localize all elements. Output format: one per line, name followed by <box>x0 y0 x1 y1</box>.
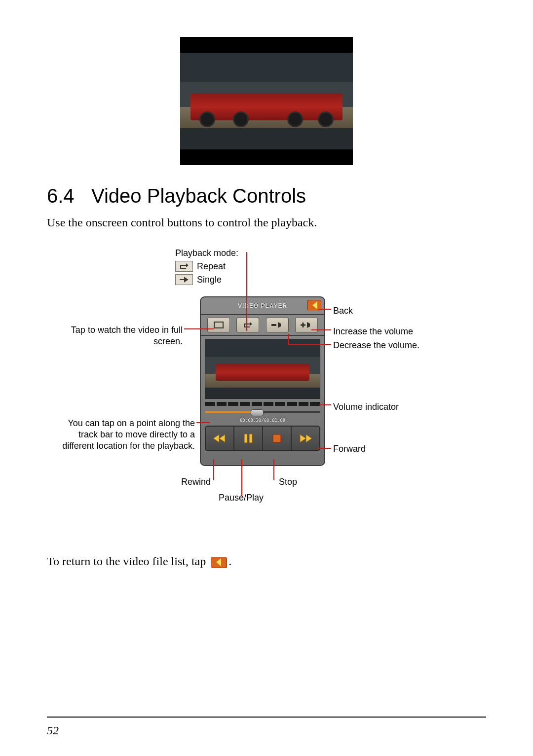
section-number: 6.4 <box>47 185 91 207</box>
section-heading: 6.4Video Playback Controls <box>47 185 486 207</box>
back-annotation: Back <box>333 305 353 317</box>
svg-rect-1 <box>271 324 276 326</box>
voldown-annotation: Decrease the volume. <box>333 340 432 351</box>
svg-rect-3 <box>249 434 252 443</box>
section-title: Video Playback Controls <box>91 185 306 207</box>
footer-rule <box>47 717 486 718</box>
return-text-before: To return to the video file list, tap <box>47 555 209 568</box>
intro-text: Use the onscreen control buttons to cont… <box>47 216 486 229</box>
volume-indicator <box>205 402 320 406</box>
return-text-after: . <box>228 555 231 568</box>
repeat-label: Repeat <box>197 260 226 272</box>
fullscreen-button[interactable] <box>207 318 230 332</box>
player-title: VIDEO PLAYER <box>238 303 287 309</box>
stop-button[interactable] <box>263 427 292 450</box>
playback-mode-button[interactable] <box>236 318 259 332</box>
fullscreen-annotation: Tap to watch the video in full screen. <box>47 324 183 347</box>
pause-play-button[interactable] <box>234 427 263 450</box>
page-number: 52 <box>47 724 59 736</box>
single-label: Single <box>197 274 222 286</box>
svg-rect-4 <box>273 434 281 442</box>
trackbar-annotation: You can tap on a point along the track b… <box>47 418 195 452</box>
video-player: VIDEO PLAYER <box>200 296 325 466</box>
back-icon <box>211 557 227 568</box>
single-icon <box>175 274 193 285</box>
forward-annotation: Forward <box>333 443 366 455</box>
volup-annotation: Increase the volume <box>333 326 413 337</box>
video-thumbnail[interactable] <box>205 339 320 399</box>
volume-up-button[interactable] <box>295 318 318 332</box>
rewind-annotation: Rewind <box>176 476 211 488</box>
stop-annotation: Stop <box>279 476 297 488</box>
repeat-icon <box>175 261 193 272</box>
return-instruction: To return to the video file list, tap . <box>47 555 486 568</box>
playback-mode-legend: Playback mode: Repeat Single <box>175 247 238 286</box>
back-button[interactable] <box>307 300 321 311</box>
rewind-button[interactable] <box>206 427 234 450</box>
playback-mode-heading: Playback mode: <box>175 247 238 259</box>
svg-rect-0 <box>214 322 223 328</box>
forward-button[interactable] <box>292 427 319 450</box>
volind-annotation: Volume indicator <box>333 401 399 413</box>
pauseplay-annotation: Pause/Play <box>219 492 264 504</box>
track-bar[interactable] <box>205 408 320 417</box>
svg-rect-2 <box>244 434 247 443</box>
volume-down-button[interactable] <box>266 318 289 332</box>
time-display: 00:00:30/00:01:08 <box>201 417 324 424</box>
fullscreen-screenshot <box>180 37 353 165</box>
controls-diagram: Playback mode: Repeat Single Tap to watc… <box>47 247 486 533</box>
